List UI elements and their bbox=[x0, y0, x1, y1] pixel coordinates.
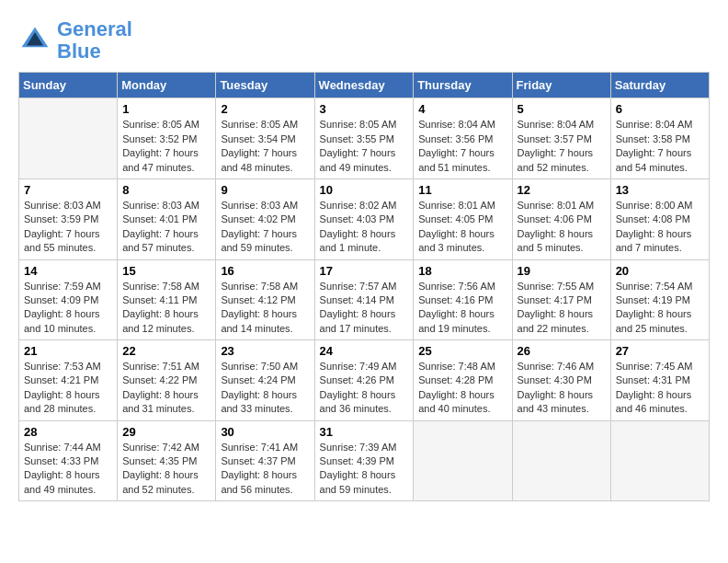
calendar-cell: 19Sunrise: 7:55 AMSunset: 4:17 PMDayligh… bbox=[512, 259, 610, 340]
day-number: 21 bbox=[24, 344, 112, 358]
calendar-cell bbox=[512, 420, 610, 501]
day-number: 16 bbox=[221, 264, 309, 278]
calendar-cell: 11Sunrise: 8:01 AMSunset: 4:05 PMDayligh… bbox=[414, 178, 512, 259]
calendar-week-5: 28Sunrise: 7:44 AMSunset: 4:33 PMDayligh… bbox=[19, 420, 710, 501]
day-info: Sunrise: 7:58 AMSunset: 4:11 PMDaylight:… bbox=[122, 280, 210, 337]
calendar-cell: 4Sunrise: 8:04 AMSunset: 3:56 PMDaylight… bbox=[414, 98, 512, 179]
day-info: Sunrise: 7:59 AMSunset: 4:09 PMDaylight:… bbox=[24, 280, 112, 337]
calendar-cell: 13Sunrise: 8:00 AMSunset: 4:08 PMDayligh… bbox=[610, 178, 709, 259]
day-info: Sunrise: 7:53 AMSunset: 4:21 PMDaylight:… bbox=[24, 360, 112, 417]
day-number: 15 bbox=[122, 264, 210, 278]
calendar-cell: 9Sunrise: 8:03 AMSunset: 4:02 PMDaylight… bbox=[216, 178, 314, 259]
calendar-cell bbox=[19, 98, 118, 179]
day-info: Sunrise: 7:50 AMSunset: 4:24 PMDaylight:… bbox=[221, 360, 309, 417]
calendar-cell: 22Sunrise: 7:51 AMSunset: 4:22 PMDayligh… bbox=[118, 340, 216, 421]
day-info: Sunrise: 7:51 AMSunset: 4:22 PMDaylight:… bbox=[122, 360, 210, 417]
day-info: Sunrise: 7:44 AMSunset: 4:33 PMDaylight:… bbox=[24, 441, 112, 498]
logo-text: General Blue bbox=[57, 18, 132, 63]
calendar-table: SundayMondayTuesdayWednesdayThursdayFrid… bbox=[18, 72, 710, 501]
day-info: Sunrise: 7:42 AMSunset: 4:35 PMDaylight:… bbox=[122, 441, 210, 498]
day-info: Sunrise: 8:01 AMSunset: 4:06 PMDaylight:… bbox=[518, 199, 606, 256]
calendar-cell: 29Sunrise: 7:42 AMSunset: 4:35 PMDayligh… bbox=[118, 420, 216, 501]
calendar-cell: 21Sunrise: 7:53 AMSunset: 4:21 PMDayligh… bbox=[19, 340, 118, 421]
calendar-cell: 26Sunrise: 7:46 AMSunset: 4:30 PMDayligh… bbox=[512, 340, 610, 421]
day-header-sunday: Sunday bbox=[19, 73, 118, 98]
day-header-monday: Monday bbox=[118, 73, 216, 98]
day-info: Sunrise: 7:46 AMSunset: 4:30 PMDaylight:… bbox=[518, 360, 606, 417]
calendar-cell: 3Sunrise: 8:05 AMSunset: 3:55 PMDaylight… bbox=[314, 98, 414, 179]
day-number: 3 bbox=[320, 102, 409, 116]
calendar-cell bbox=[414, 420, 512, 501]
calendar-cell: 12Sunrise: 8:01 AMSunset: 4:06 PMDayligh… bbox=[512, 178, 610, 259]
day-number: 26 bbox=[518, 344, 606, 358]
day-info: Sunrise: 7:56 AMSunset: 4:16 PMDaylight:… bbox=[418, 280, 506, 337]
day-number: 31 bbox=[320, 425, 409, 439]
calendar-cell: 16Sunrise: 7:58 AMSunset: 4:12 PMDayligh… bbox=[216, 259, 314, 340]
day-number: 30 bbox=[221, 425, 309, 439]
day-info: Sunrise: 7:49 AMSunset: 4:26 PMDaylight:… bbox=[320, 360, 409, 417]
logo-icon bbox=[18, 24, 51, 57]
day-info: Sunrise: 7:54 AMSunset: 4:19 PMDaylight:… bbox=[616, 280, 704, 337]
day-number: 19 bbox=[518, 264, 606, 278]
calendar-week-2: 7Sunrise: 8:03 AMSunset: 3:59 PMDaylight… bbox=[19, 178, 710, 259]
calendar-cell: 23Sunrise: 7:50 AMSunset: 4:24 PMDayligh… bbox=[216, 340, 314, 421]
day-number: 27 bbox=[616, 344, 704, 358]
day-number: 10 bbox=[320, 183, 409, 197]
day-number: 9 bbox=[221, 183, 309, 197]
day-info: Sunrise: 8:04 AMSunset: 3:58 PMDaylight:… bbox=[616, 118, 704, 175]
calendar-cell: 6Sunrise: 8:04 AMSunset: 3:58 PMDaylight… bbox=[610, 98, 709, 179]
day-number: 11 bbox=[418, 183, 506, 197]
day-number: 18 bbox=[418, 264, 506, 278]
day-info: Sunrise: 7:55 AMSunset: 4:17 PMDaylight:… bbox=[518, 280, 606, 337]
day-header-friday: Friday bbox=[512, 73, 610, 98]
day-info: Sunrise: 7:39 AMSunset: 4:39 PMDaylight:… bbox=[320, 441, 409, 498]
calendar-week-1: 1Sunrise: 8:05 AMSunset: 3:52 PMDaylight… bbox=[19, 98, 710, 179]
calendar-cell: 10Sunrise: 8:02 AMSunset: 4:03 PMDayligh… bbox=[314, 178, 414, 259]
day-number: 2 bbox=[221, 102, 309, 116]
calendar-cell: 1Sunrise: 8:05 AMSunset: 3:52 PMDaylight… bbox=[118, 98, 216, 179]
calendar-cell: 20Sunrise: 7:54 AMSunset: 4:19 PMDayligh… bbox=[610, 259, 709, 340]
day-number: 14 bbox=[24, 264, 112, 278]
calendar-cell: 7Sunrise: 8:03 AMSunset: 3:59 PMDaylight… bbox=[19, 178, 118, 259]
day-number: 7 bbox=[24, 183, 112, 197]
day-number: 1 bbox=[122, 102, 210, 116]
calendar-header: SundayMondayTuesdayWednesdayThursdayFrid… bbox=[19, 73, 710, 98]
day-info: Sunrise: 8:03 AMSunset: 3:59 PMDaylight:… bbox=[24, 199, 112, 256]
day-info: Sunrise: 7:57 AMSunset: 4:14 PMDaylight:… bbox=[320, 280, 409, 337]
day-info: Sunrise: 8:00 AMSunset: 4:08 PMDaylight:… bbox=[616, 199, 704, 256]
day-header-tuesday: Tuesday bbox=[216, 73, 314, 98]
calendar-cell: 14Sunrise: 7:59 AMSunset: 4:09 PMDayligh… bbox=[19, 259, 118, 340]
day-number: 4 bbox=[418, 102, 506, 116]
day-number: 20 bbox=[616, 264, 704, 278]
day-info: Sunrise: 8:03 AMSunset: 4:02 PMDaylight:… bbox=[221, 199, 309, 256]
day-number: 17 bbox=[320, 264, 409, 278]
calendar-cell: 8Sunrise: 8:03 AMSunset: 4:01 PMDaylight… bbox=[118, 178, 216, 259]
calendar-cell: 31Sunrise: 7:39 AMSunset: 4:39 PMDayligh… bbox=[314, 420, 414, 501]
calendar-cell: 27Sunrise: 7:45 AMSunset: 4:31 PMDayligh… bbox=[610, 340, 709, 421]
calendar-cell: 5Sunrise: 8:04 AMSunset: 3:57 PMDaylight… bbox=[512, 98, 610, 179]
day-number: 28 bbox=[24, 425, 112, 439]
calendar-cell: 24Sunrise: 7:49 AMSunset: 4:26 PMDayligh… bbox=[314, 340, 414, 421]
calendar-cell: 30Sunrise: 7:41 AMSunset: 4:37 PMDayligh… bbox=[216, 420, 314, 501]
day-info: Sunrise: 8:04 AMSunset: 3:56 PMDaylight:… bbox=[418, 118, 506, 175]
day-info: Sunrise: 8:05 AMSunset: 3:52 PMDaylight:… bbox=[122, 118, 210, 175]
day-info: Sunrise: 7:58 AMSunset: 4:12 PMDaylight:… bbox=[221, 280, 309, 337]
day-number: 13 bbox=[616, 183, 704, 197]
day-number: 22 bbox=[122, 344, 210, 358]
calendar-cell: 25Sunrise: 7:48 AMSunset: 4:28 PMDayligh… bbox=[414, 340, 512, 421]
day-number: 29 bbox=[122, 425, 210, 439]
day-info: Sunrise: 8:02 AMSunset: 4:03 PMDaylight:… bbox=[320, 199, 409, 256]
day-header-wednesday: Wednesday bbox=[314, 73, 414, 98]
day-info: Sunrise: 8:05 AMSunset: 3:54 PMDaylight:… bbox=[221, 118, 309, 175]
logo: General Blue bbox=[18, 18, 132, 63]
day-number: 5 bbox=[518, 102, 606, 116]
day-number: 24 bbox=[320, 344, 409, 358]
day-number: 12 bbox=[518, 183, 606, 197]
day-info: Sunrise: 7:48 AMSunset: 4:28 PMDaylight:… bbox=[418, 360, 506, 417]
calendar-cell bbox=[610, 420, 709, 501]
day-info: Sunrise: 7:45 AMSunset: 4:31 PMDaylight:… bbox=[616, 360, 704, 417]
day-info: Sunrise: 8:04 AMSunset: 3:57 PMDaylight:… bbox=[518, 118, 606, 175]
day-info: Sunrise: 8:03 AMSunset: 4:01 PMDaylight:… bbox=[122, 199, 210, 256]
day-info: Sunrise: 8:01 AMSunset: 4:05 PMDaylight:… bbox=[418, 199, 506, 256]
calendar-cell: 2Sunrise: 8:05 AMSunset: 3:54 PMDaylight… bbox=[216, 98, 314, 179]
